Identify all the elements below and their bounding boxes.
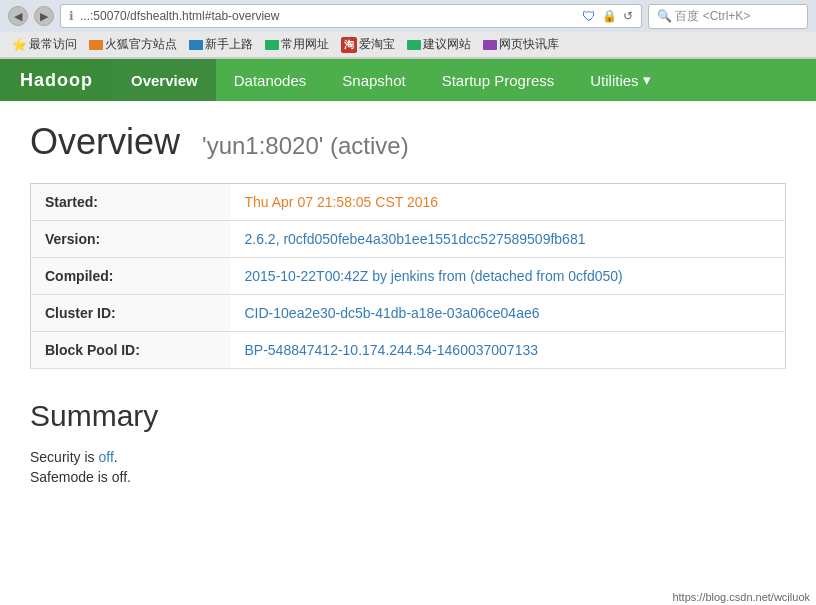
search-bar[interactable]: 🔍 百度 <Ctrl+K>	[648, 4, 808, 29]
table-key-version: Version:	[31, 221, 231, 258]
browser-chrome: ◀ ▶ ℹ ...:50070/dfshealth.html#tab-overv…	[0, 0, 816, 59]
table-value-started: Thu Apr 07 21:58:05 CST 2016	[231, 184, 786, 221]
browser-titlebar: ◀ ▶ ℹ ...:50070/dfshealth.html#tab-overv…	[0, 0, 816, 32]
star-icon: ⭐	[12, 38, 27, 52]
bookmark-icon-6	[483, 40, 497, 50]
info-table: Started: Thu Apr 07 21:58:05 CST 2016 Ve…	[30, 183, 786, 369]
table-key-block-pool-id: Block Pool ID:	[31, 332, 231, 369]
nav-item-overview[interactable]: Overview	[113, 59, 216, 101]
url-text: ...:50070/dfshealth.html#tab-overview	[80, 9, 576, 23]
navbar: Hadoop Overview Datanodes Snapshot Start…	[0, 59, 816, 101]
table-key-cluster-id: Cluster ID:	[31, 295, 231, 332]
bookmark-icon-5	[407, 40, 421, 50]
table-key-compiled: Compiled:	[31, 258, 231, 295]
bookmark-frequent[interactable]: ⭐ 最常访问	[8, 34, 81, 55]
active-label: 'yun1:8020' (active)	[202, 132, 409, 159]
table-key-started: Started:	[31, 184, 231, 221]
table-value-version: 2.6.2, r0cfd050febe4a30b1ee1551dcc527589…	[231, 221, 786, 258]
bookmarks-bar: ⭐ 最常访问 火狐官方站点 新手上路 常用网址 淘 爱淘宝 建议网站 网页快讯库	[0, 32, 816, 58]
page-heading: Overview 'yun1:8020' (active)	[30, 121, 786, 163]
nav-item-snapshot[interactable]: Snapshot	[324, 59, 423, 101]
summary-line-1: Security is off.	[30, 449, 786, 465]
search-icon: 🔍	[657, 9, 672, 23]
back-button[interactable]: ◀	[8, 6, 28, 26]
table-value-compiled: 2015-10-22T00:42Z by jenkins from (detac…	[231, 258, 786, 295]
chevron-down-icon: ▾	[643, 71, 651, 89]
summary-heading: Summary	[30, 399, 786, 433]
bookmark-taobao[interactable]: 淘 爱淘宝	[337, 34, 399, 55]
table-value-block-pool-id: BP-548847412-10.174.244.54-1460037007133	[231, 332, 786, 369]
lock-icon: ℹ	[69, 9, 74, 23]
refresh-icon[interactable]: ↺	[623, 9, 633, 23]
nav-item-utilities[interactable]: Utilities ▾	[572, 59, 668, 101]
bookmark-firefox[interactable]: 火狐官方站点	[85, 34, 181, 55]
main-content: Overview 'yun1:8020' (active) Started: T…	[0, 101, 816, 509]
bookmark-icon-4: 淘	[341, 37, 357, 53]
bookmark-newuser[interactable]: 新手上路	[185, 34, 257, 55]
table-value-cluster-id: CID-10ea2e30-dc5b-41db-a18e-03a06ce04ae6	[231, 295, 786, 332]
table-row: Compiled: 2015-10-22T00:42Z by jenkins f…	[31, 258, 786, 295]
bookmark-common[interactable]: 常用网址	[261, 34, 333, 55]
network-icon[interactable]: 🔒	[602, 9, 617, 23]
bookmark-icon-1	[89, 40, 103, 50]
nav-item-startup-progress[interactable]: Startup Progress	[424, 59, 573, 101]
security-link[interactable]: off	[98, 449, 113, 465]
table-row: Version: 2.6.2, r0cfd050febe4a30b1ee1551…	[31, 221, 786, 258]
table-row: Cluster ID: CID-10ea2e30-dc5b-41db-a18e-…	[31, 295, 786, 332]
bookmark-icon-2	[189, 40, 203, 50]
bookmark-news[interactable]: 网页快讯库	[479, 34, 563, 55]
forward-button[interactable]: ▶	[34, 6, 54, 26]
bookmark-recommend[interactable]: 建议网站	[403, 34, 475, 55]
nav-brand: Hadoop	[0, 59, 113, 101]
summary-line-2: Safemode is off.	[30, 469, 786, 485]
nav-item-datanodes[interactable]: Datanodes	[216, 59, 325, 101]
table-row: Started: Thu Apr 07 21:58:05 CST 2016	[31, 184, 786, 221]
bookmark-icon-3	[265, 40, 279, 50]
address-bar[interactable]: ℹ ...:50070/dfshealth.html#tab-overview …	[60, 4, 642, 28]
shield-icon: 🛡	[582, 8, 596, 24]
table-row: Block Pool ID: BP-548847412-10.174.244.5…	[31, 332, 786, 369]
